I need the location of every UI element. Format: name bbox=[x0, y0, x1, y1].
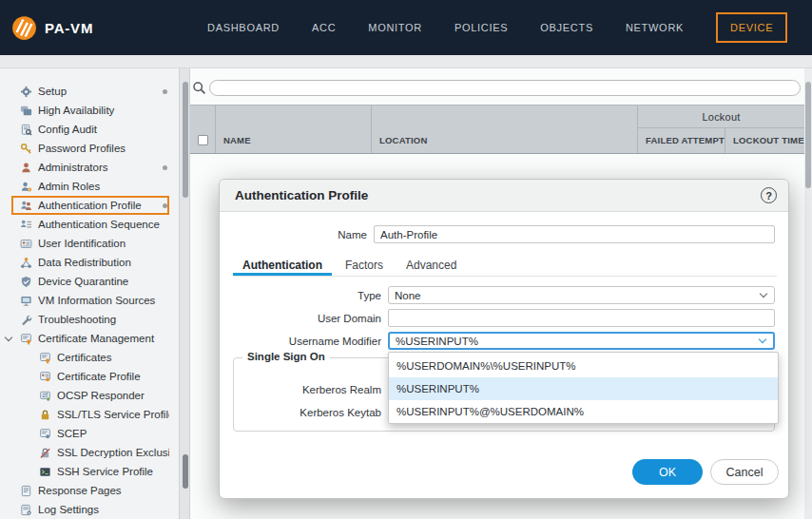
sidebar-scrollbar[interactable] bbox=[179, 68, 190, 519]
nav-objects[interactable]: OBJECTS bbox=[540, 22, 593, 33]
sidebar-item-certificate-management[interactable]: Certificate Management bbox=[11, 329, 169, 348]
sidebar-item-ocsp-responder[interactable]: OCSP Responder bbox=[11, 386, 169, 405]
column-header-failed-attempts[interactable]: FAILED ATTEMPTS (#) bbox=[637, 128, 725, 153]
dialog-header: Authentication Profile ? bbox=[220, 180, 788, 212]
app-root: PA-VM DASHBOARD ACC MONITOR POLICIES OBJ… bbox=[0, 0, 812, 519]
column-group-lockout: Lockout bbox=[637, 106, 804, 128]
column-header-name[interactable]: NAME bbox=[215, 106, 371, 153]
nav-dashboard[interactable]: DASHBOARD bbox=[207, 22, 280, 33]
name-label: Name bbox=[220, 226, 367, 244]
brand[interactable]: PA-VM bbox=[11, 0, 93, 55]
search-input[interactable] bbox=[209, 80, 801, 96]
sidebar-item-setup[interactable]: Setup bbox=[11, 82, 169, 101]
status-dot bbox=[163, 203, 167, 208]
sidebar-item-ssl-tls-service-profile[interactable]: SSL/TLS Service Profile bbox=[11, 405, 169, 424]
sidebar-item-label: SSL/TLS Service Profile bbox=[57, 409, 169, 420]
sidebar-item-scep[interactable]: SCEP bbox=[11, 424, 169, 443]
help-icon[interactable]: ? bbox=[761, 187, 777, 203]
log-settings-icon bbox=[19, 503, 32, 516]
brand-name: PA-VM bbox=[45, 20, 93, 36]
config-audit-icon bbox=[19, 123, 32, 136]
sidebar-item-device-quarantine[interactable]: Device Quarantine bbox=[11, 272, 169, 291]
sidebar-item-response-pages[interactable]: Response Pages bbox=[11, 481, 169, 500]
password-profiles-icon bbox=[19, 142, 32, 155]
sidebar-item-certificate-profile[interactable]: Certificate Profile bbox=[11, 367, 169, 386]
dialog-tabs: Authentication Factors Advanced bbox=[233, 256, 777, 277]
certificates-icon bbox=[38, 351, 51, 364]
sidebar-item-label: OCSP Responder bbox=[57, 390, 169, 401]
select-all-checkbox[interactable] bbox=[198, 135, 208, 145]
type-label: Type bbox=[220, 287, 381, 305]
dialog-title: Authentication Profile bbox=[235, 180, 368, 212]
sidebar-item-vm-information-sources[interactable]: VM Information Sources bbox=[11, 291, 169, 310]
sidebar-item-high-availability[interactable]: High Availability bbox=[11, 101, 169, 120]
sidebar-item-config-audit[interactable]: Config Audit bbox=[11, 120, 169, 139]
sidebar-item-password-profiles[interactable]: Password Profiles bbox=[11, 139, 169, 158]
sidebar-item-log-settings[interactable]: Log Settings bbox=[11, 500, 169, 519]
sidebar-item-label: Certificates bbox=[57, 352, 169, 363]
main-scrollbar-thumb[interactable] bbox=[805, 82, 811, 188]
column-header-location[interactable]: LOCATION bbox=[371, 106, 637, 153]
sidebar-item-administrators[interactable]: Administrators bbox=[11, 158, 169, 177]
ssl-tls-service-profile-icon bbox=[38, 408, 51, 421]
dropdown-option-userinput[interactable]: %USERINPUT% bbox=[389, 377, 778, 400]
sidebar-item-troubleshooting[interactable]: Troubleshooting bbox=[11, 310, 169, 329]
sidebar-item-label: Admin Roles bbox=[38, 181, 169, 192]
sidebar-item-user-identification[interactable]: User Identification bbox=[11, 234, 169, 253]
data-redistribution-icon bbox=[19, 256, 32, 269]
sidebar-item-label: Config Audit bbox=[38, 124, 169, 135]
name-field[interactable] bbox=[374, 225, 775, 243]
sidebar-item-label: User Identification bbox=[38, 238, 169, 249]
username-modifier-combobox[interactable]: %USERINPUT% bbox=[388, 332, 775, 350]
single-sign-on-legend: Single Sign On bbox=[242, 351, 330, 362]
sidebar-item-label: Authentication Profile bbox=[38, 200, 157, 211]
nav-network[interactable]: NETWORK bbox=[626, 22, 684, 33]
sidebar-item-authentication-profile[interactable]: Authentication Profile bbox=[11, 196, 169, 215]
kerberos-keytab-label: Kerberos Keytab bbox=[220, 404, 381, 422]
nav-device[interactable]: DEVICE bbox=[716, 12, 787, 43]
sidebar-item-certificates[interactable]: Certificates bbox=[11, 348, 169, 367]
dropdown-option-userinput-at-userdomain[interactable]: %USERINPUT%@%USERDOMAIN% bbox=[389, 400, 778, 423]
sidebar-item-label: Device Quarantine bbox=[38, 276, 169, 287]
main-scrollbar[interactable] bbox=[804, 68, 812, 519]
sidebar-item-label: Response Pages bbox=[38, 485, 169, 496]
tab-authentication[interactable]: Authentication bbox=[233, 256, 332, 276]
cancel-button[interactable]: Cancel bbox=[710, 459, 779, 485]
kerberos-realm-label: Kerberos Realm bbox=[220, 381, 381, 399]
sidebar-splitter-grip[interactable] bbox=[183, 454, 188, 489]
sidebar-item-ssl-decryption-exclusion[interactable]: SSL Decryption Exclusio bbox=[11, 443, 169, 462]
ocsp-responder-icon bbox=[38, 389, 51, 402]
certificate-management-icon bbox=[19, 332, 32, 345]
sidebar-item-label: Setup bbox=[38, 86, 157, 97]
nav-monitor[interactable]: MONITOR bbox=[368, 22, 422, 33]
main-menu: DASHBOARD ACC MONITOR POLICIES OBJECTS N… bbox=[207, 0, 787, 55]
sidebar-item-admin-roles[interactable]: Admin Roles bbox=[11, 177, 169, 196]
top-nav: PA-VM DASHBOARD ACC MONITOR POLICIES OBJ… bbox=[0, 0, 812, 55]
username-modifier-label: Username Modifier bbox=[220, 333, 381, 351]
vm-information-sources-icon bbox=[19, 294, 32, 307]
collapse-chevron-icon[interactable] bbox=[5, 334, 12, 341]
response-pages-icon bbox=[19, 484, 32, 497]
certificate-profile-icon bbox=[38, 370, 51, 383]
sidebar-item-authentication-sequence[interactable]: Authentication Sequence bbox=[11, 215, 169, 234]
sidebar-item-ssh-service-profile[interactable]: SSH Service Profile bbox=[11, 462, 169, 481]
sidebar-scrollbar-thumb[interactable] bbox=[183, 82, 188, 198]
column-header-lockout-time[interactable]: LOCKOUT TIME (MIN) bbox=[725, 128, 804, 153]
type-select[interactable]: None bbox=[388, 286, 775, 304]
nav-policies[interactable]: POLICIES bbox=[454, 22, 508, 33]
select-all-cell bbox=[190, 106, 215, 153]
nav-acc[interactable]: ACC bbox=[312, 22, 336, 33]
tab-advanced[interactable]: Advanced bbox=[396, 256, 466, 276]
sidebar-item-data-redistribution[interactable]: Data Redistribution bbox=[11, 253, 169, 272]
sidebar-item-label: SSH Service Profile bbox=[57, 466, 169, 477]
user-domain-field[interactable] bbox=[388, 309, 775, 327]
search-icon bbox=[192, 81, 206, 99]
setup-icon bbox=[19, 85, 32, 98]
user-identification-icon bbox=[19, 237, 32, 250]
sidebar-item-label: SCEP bbox=[57, 428, 169, 439]
authentication-profile-icon bbox=[19, 199, 32, 212]
ok-button[interactable]: OK bbox=[632, 459, 703, 485]
dropdown-option-userdomain-userinput[interactable]: %USERDOMAIN%\%USERINPUT% bbox=[389, 355, 778, 377]
tab-factors[interactable]: Factors bbox=[336, 256, 393, 276]
admin-roles-icon bbox=[19, 180, 32, 193]
